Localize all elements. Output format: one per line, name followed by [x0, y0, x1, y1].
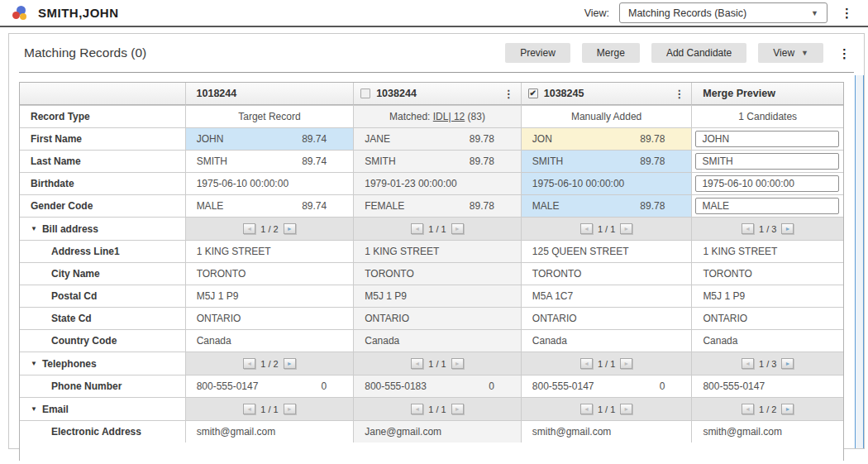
- table-row: ▼Telephones◄1 / 2►◄1 / 1►◄1 / 1►◄1 / 3►: [20, 352, 843, 376]
- row-label-cell: Electronic Address: [20, 421, 186, 442]
- record-pager: ◄1 / 1►: [354, 223, 521, 234]
- pager-next-button[interactable]: ►: [781, 223, 794, 234]
- cell-value: ONTARIO: [522, 313, 577, 324]
- row-label-cell: Address Line1: [20, 241, 186, 262]
- grid-cell: ◄1 / 2►: [186, 352, 355, 375]
- row-label: Postal Cd: [51, 290, 97, 302]
- row-label-cell: ▼Telephones: [20, 352, 186, 375]
- pager-prev-button[interactable]: ◄: [243, 223, 255, 234]
- match-score: 89.78: [640, 155, 665, 167]
- pager-next-button[interactable]: ►: [620, 223, 632, 234]
- record-checkbox[interactable]: ✔: [528, 88, 538, 98]
- row-label-cell: ▼Bill address: [20, 218, 186, 240]
- row-label-cell: City Name: [20, 263, 186, 285]
- pager-next-button[interactable]: ►: [451, 223, 464, 234]
- merge-field-input[interactable]: MALE: [695, 198, 839, 214]
- pager-prev-button[interactable]: ◄: [243, 404, 255, 414]
- grid-cell: 125 QUEEN STREET: [522, 241, 693, 262]
- pager-next-button[interactable]: ►: [620, 358, 632, 369]
- view-menu-button[interactable]: View▼: [758, 43, 823, 63]
- column-header: 1018244: [186, 83, 355, 105]
- column-kebab-icon[interactable]: ⋮: [674, 88, 684, 100]
- grid-cell: Matched: IDL| 12 (83): [354, 106, 522, 127]
- panel-kebab-menu-icon[interactable]: ⋮: [835, 45, 854, 61]
- cell-value: ONTARIO: [692, 313, 747, 324]
- merge-button[interactable]: Merge: [582, 43, 640, 63]
- pager-prev-button[interactable]: ◄: [411, 404, 423, 414]
- app-kebab-menu-icon[interactable]: ⋮: [837, 5, 856, 21]
- cell-value: 1 KING STREET: [692, 246, 777, 257]
- view-dropdown[interactable]: Matching Records (Basic) ▼: [619, 2, 827, 23]
- table-row: ▼Bill address◄1 / 2►◄1 / 1►◄1 / 1►◄1 / 3…: [20, 218, 843, 241]
- grid-cell: SMITH89.78: [354, 151, 522, 172]
- row-label-cell: Postal Cd: [20, 285, 186, 307]
- record-pager: ◄1 / 3►: [692, 358, 843, 369]
- cell-value: 800-555-0147: [522, 380, 594, 392]
- cell-value: Manually Added: [571, 111, 641, 122]
- grid-header-corner: [20, 83, 186, 105]
- pager-prev-button[interactable]: ◄: [742, 404, 754, 414]
- row-label: Bill address: [42, 223, 98, 235]
- pager-next-button[interactable]: ►: [451, 358, 464, 369]
- add-candidate-button[interactable]: Add Candidate: [651, 43, 746, 63]
- pager-prev-button[interactable]: ◄: [580, 404, 593, 414]
- collapse-triangle-icon[interactable]: ▼: [31, 405, 37, 413]
- cell-value: M5A 1C7: [522, 290, 573, 302]
- row-label: Gender Code: [31, 200, 93, 212]
- pager-next-button[interactable]: ►: [451, 404, 464, 414]
- record-pager: ◄1 / 3►: [692, 223, 843, 234]
- grid-cell: FEMALE89.78: [354, 195, 522, 217]
- match-score: 89.78: [470, 200, 494, 212]
- table-row: Phone Number800-555-01470800-555-0183080…: [20, 376, 843, 398]
- cell-value: M5J 1 P9: [186, 290, 239, 302]
- grid-cell: M5J 1 P9: [354, 285, 522, 307]
- column-header-label: 1038244: [376, 88, 417, 99]
- pager-prev-button[interactable]: ◄: [411, 358, 423, 369]
- row-label: State Cd: [51, 313, 92, 324]
- column-header-label: 1038245: [544, 88, 584, 99]
- merge-field-input[interactable]: 1975-06-10 00:00:00: [695, 175, 839, 192]
- grid-cell: MALE89.74: [186, 195, 355, 217]
- row-label: First Name: [31, 133, 82, 145]
- grid-cell: Canada: [692, 330, 843, 352]
- cell-value: JANE: [354, 133, 390, 145]
- grid-cell: ONTARIO: [522, 308, 693, 329]
- grid-cell: TORONTO: [186, 263, 355, 285]
- pager-next-button[interactable]: ►: [620, 404, 632, 414]
- row-label: Phone Number: [51, 380, 122, 392]
- pager-prev-button[interactable]: ◄: [580, 358, 593, 369]
- pager-prev-button[interactable]: ◄: [580, 223, 593, 234]
- grid-cell: 1 Candidates: [692, 106, 843, 127]
- record-title: SMITH,JOHN: [38, 6, 119, 20]
- collapse-triangle-icon[interactable]: ▼: [31, 360, 37, 367]
- grid-cell: ONTARIO: [186, 308, 355, 329]
- column-kebab-icon[interactable]: ⋮: [503, 88, 514, 100]
- pager-prev-button[interactable]: ◄: [411, 223, 423, 234]
- preview-button[interactable]: Preview: [505, 43, 570, 63]
- pager-next-button[interactable]: ►: [284, 358, 296, 369]
- pager-prev-button[interactable]: ◄: [243, 358, 255, 369]
- collapse-triangle-icon[interactable]: ▼: [31, 225, 37, 232]
- cell-value: 800-555-0147: [186, 380, 259, 392]
- pager-next-button[interactable]: ►: [781, 404, 794, 414]
- pager-next-button[interactable]: ►: [284, 404, 296, 414]
- pager-prev-button[interactable]: ◄: [742, 223, 754, 234]
- table-row: Last NameSMITH89.74SMITH89.78SMITH89.78S…: [20, 151, 843, 173]
- pager-prev-button[interactable]: ◄: [742, 358, 754, 369]
- matched-link[interactable]: IDL| 12: [433, 111, 465, 122]
- pager-next-button[interactable]: ►: [284, 223, 296, 234]
- record-checkbox[interactable]: [360, 88, 370, 98]
- record-pager: ◄1 / 1►: [354, 404, 521, 414]
- cell-value: Target Record: [238, 111, 300, 122]
- vertical-scrollbar[interactable]: [855, 75, 864, 448]
- merge-field-input[interactable]: SMITH: [695, 153, 839, 170]
- cell-value: Canada: [186, 335, 231, 347]
- pager-next-button[interactable]: ►: [781, 358, 794, 369]
- page-indicator: 1 / 2: [260, 224, 278, 234]
- row-label: Email: [42, 404, 69, 415]
- merge-field-input[interactable]: JOHN: [695, 131, 839, 147]
- cell-value: SMITH: [354, 155, 395, 167]
- grid-cell: Canada: [186, 330, 355, 352]
- row-label-cell: Phone Number: [20, 376, 186, 397]
- grid-cell: ◄1 / 2►: [692, 398, 843, 420]
